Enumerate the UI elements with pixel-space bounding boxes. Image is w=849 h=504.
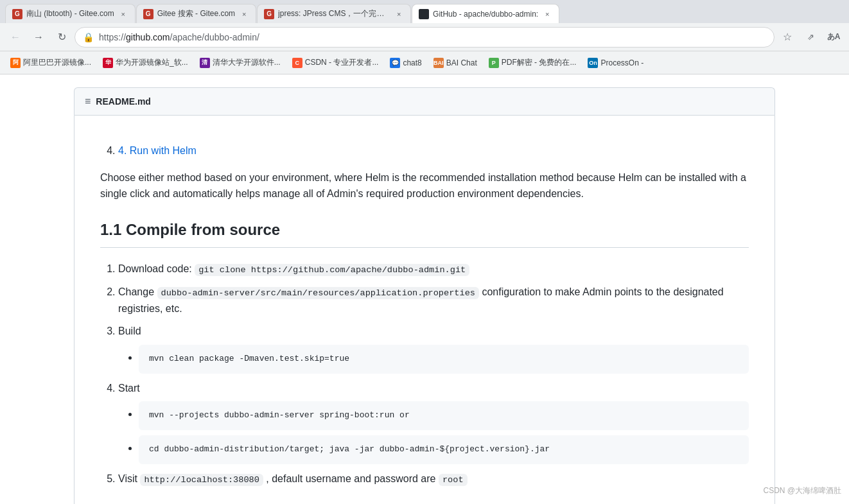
tab-title: 南山 (lbtooth) - Gitee.com [26, 8, 114, 19]
forward-button[interactable]: → [28, 27, 49, 48]
bookmark-label: 清华大学开源软件... [213, 57, 281, 68]
step-4: Start mvn --projects dubbo-admin-server … [118, 380, 749, 464]
step-5-code: http://localhost:38080 [140, 474, 263, 486]
bookmark-item[interactable]: P PDF解密 - 免费的在... [484, 55, 582, 71]
step-5-text-after: , default username and password are [266, 473, 439, 484]
bookmarks-bar: 阿 阿里巴巴开源镜像... 华 华为开源镜像站_软... 清 清华大学开源软件.… [0, 51, 849, 74]
step-4-sub-1: mvn --projects dubbo-admin-server spring… [139, 401, 749, 430]
step-2-text-before: Change [118, 286, 157, 297]
tab-title: jpress: JPress CMS，一个完整的 [278, 8, 390, 19]
step-4-sub-2: cd dubbo-admin-distribution/target; java… [139, 435, 749, 464]
step-4-sub: mvn --projects dubbo-admin-server spring… [118, 401, 749, 464]
tab-strip: G 南山 (lbtooth) - Gitee.com × G Gitee 搜索 … [5, 0, 844, 23]
title-bar: G 南山 (lbtooth) - Gitee.com × G Gitee 搜索 … [0, 0, 849, 23]
bookmark-item[interactable]: 华 华为开源镜像站_软... [98, 55, 193, 71]
bookmark-item[interactable]: 清 清华大学开源软件... [195, 55, 286, 71]
bookmark-favicon: 阿 [10, 58, 21, 68]
browser-tab-tab2[interactable]: G Gitee 搜索 - Gitee.com × [136, 4, 256, 23]
toolbar: ← → ↻ 🔒 https://github.com/apache/dubbo-… [0, 23, 849, 51]
step-2: Change dubbo-admin-server/src/main/resou… [118, 284, 749, 317]
bookmark-item[interactable]: 💬 chat8 [385, 55, 426, 71]
bookmark-favicon: P [489, 58, 499, 68]
description-paragraph: Choose either method based on your envir… [100, 169, 749, 202]
step-4-text: Start [118, 383, 140, 394]
bookmark-item[interactable]: 阿 阿里巴巴开源镜像... [5, 55, 96, 71]
lock-icon: 🔒 [83, 32, 94, 42]
step-1: Download code: git clone https://github.… [118, 261, 749, 277]
bookmark-favicon: 华 [103, 58, 113, 68]
bookmark-label: ProcessOn - [600, 58, 643, 67]
bookmark-label: BAI Chat [446, 58, 477, 67]
browser-tab-tab1[interactable]: G 南山 (lbtooth) - Gitee.com × [5, 4, 136, 23]
section-heading: 1.1 Compile from source [100, 218, 749, 248]
bookmark-item[interactable]: On ProcessOn - [582, 55, 649, 71]
address-path: /apache/dubbo-admin/ [170, 32, 259, 42]
bookmark-label: PDF解密 - 免费的在... [502, 57, 577, 68]
step-3-sub-1: mvn clean package -Dmaven.test.skip=true [139, 345, 749, 374]
translate-button[interactable]: あA [823, 27, 844, 48]
step-5-code2: root [439, 474, 468, 486]
tab-favicon: G [12, 9, 22, 19]
reload-button[interactable]: ↻ [51, 27, 72, 48]
external-link-button[interactable]: ⇗ [800, 27, 821, 48]
bookmark-label: 阿里巴巴开源镜像... [23, 57, 91, 68]
readme-icon: ≡ [85, 96, 91, 107]
step-3-sub: mvn clean package -Dmaven.test.skip=true [118, 345, 749, 374]
watermark: CSDN @大海绵啤酒肚 [763, 485, 841, 496]
address-text: https://github.com/apache/dubbo-admin/ [99, 32, 766, 42]
step-5-text-before: Visit [118, 473, 140, 484]
browser-tab-tab3[interactable]: G jpress: JPress CMS，一个完整的 × [257, 4, 411, 23]
tab-close-button[interactable]: × [394, 9, 404, 19]
step-3: Build mvn clean package -Dmaven.test.ski… [118, 323, 749, 373]
bookmark-favicon: 💬 [390, 58, 400, 68]
step-1-code: git clone https://github.com/apache/dubb… [195, 264, 469, 276]
tab-favicon: G [143, 9, 153, 19]
bookmark-favicon: On [588, 58, 598, 68]
bookmark-favicon: 清 [200, 58, 210, 68]
bookmark-button[interactable]: ☆ [777, 27, 798, 48]
start-code-block-1: mvn --projects dubbo-admin-server spring… [139, 401, 749, 430]
bookmark-label: CSDN - 专业开发者... [305, 57, 379, 68]
build-code-block: mvn clean package -Dmaven.test.skip=true [139, 345, 749, 374]
step-3-text: Build [118, 326, 141, 336]
back-button[interactable]: ← [5, 27, 26, 48]
step-5: Visit http://localhost:38080 , default u… [118, 471, 749, 487]
bookmark-favicon: BAI [433, 58, 444, 68]
tab-favicon [419, 9, 429, 19]
tab-close-button[interactable]: × [542, 9, 552, 19]
markdown-body: 4. Run with Helm Choose either method ba… [74, 115, 775, 504]
bookmark-label: 华为开源镜像站_软... [116, 57, 188, 68]
browser-tab-tab4[interactable]: GitHub - apache/dubbo-admin: × [412, 4, 559, 23]
address-domain: github.com [126, 32, 170, 42]
page-content: ≡ README.md 4. Run with Helm Choose eith… [0, 74, 849, 504]
bookmark-label: chat8 [403, 58, 421, 67]
browser-window: G 南山 (lbtooth) - Gitee.com × G Gitee 搜索 … [0, 0, 849, 504]
tab-close-button[interactable]: × [118, 9, 128, 19]
run-with-helm-link[interactable]: 4. Run with Helm [118, 144, 197, 157]
tab-favicon: G [264, 9, 274, 19]
tab-title: GitHub - apache/dubbo-admin: [433, 10, 538, 19]
bookmark-favicon: C [292, 58, 302, 68]
bookmark-item[interactable]: BAI BAI Chat [428, 55, 482, 71]
start-code-block-2: cd dubbo-admin-distribution/target; java… [139, 435, 749, 464]
tab-title: Gitee 搜索 - Gitee.com [157, 8, 235, 19]
step-2-code: dubbo-admin-server/src/main/resources/ap… [157, 287, 479, 299]
address-protocol: https:// [99, 32, 126, 42]
readme-title: README.md [96, 96, 151, 107]
top-list: 4. Run with Helm [100, 143, 749, 159]
tab-close-button[interactable]: × [239, 9, 249, 19]
address-bar[interactable]: 🔒 https://github.com/apache/dubbo-admin/ [74, 27, 775, 48]
steps-list: Download code: git clone https://github.… [100, 261, 749, 487]
readme-header: ≡ README.md [74, 87, 775, 115]
bookmark-item[interactable]: C CSDN - 专业开发者... [287, 55, 384, 71]
step-1-text: Download code: [118, 263, 195, 274]
content-area: ≡ README.md 4. Run with Helm Choose eith… [58, 87, 791, 504]
